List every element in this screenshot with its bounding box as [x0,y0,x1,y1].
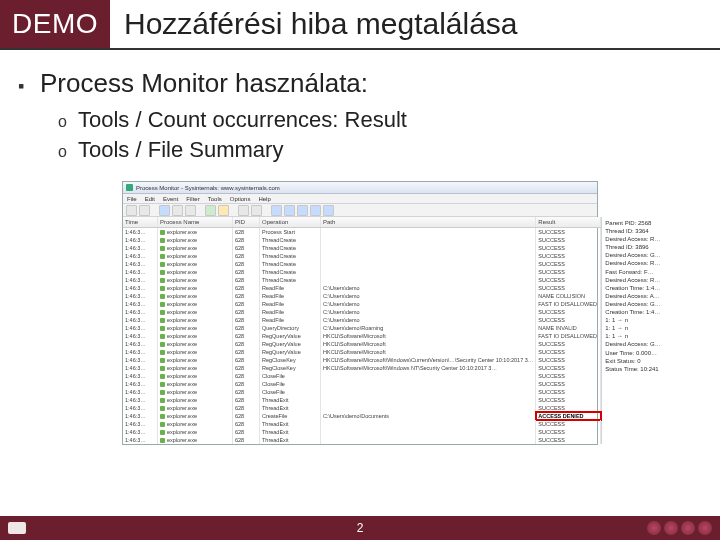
detail-line: Desired Access: R… [605,259,660,267]
col-result[interactable]: Result [536,217,601,227]
event-row[interactable]: 1:46:3…explorer.exe628ReadFileC:\Users\d… [123,284,601,292]
toolbar-profiling-icon[interactable] [323,205,334,216]
slide-footer: 2 [0,516,720,540]
event-row[interactable]: 1:46:3…explorer.exe628RegQueryValueHKCU\… [123,332,601,340]
detail-line: 1: 1 → n [605,324,660,332]
event-row[interactable]: 1:46:3…explorer.exe628ThreadExitSUCCESS [123,436,601,444]
detail-line: Fast Forward: F… [605,268,660,276]
col-pid[interactable]: PID [233,217,260,227]
detail-line: User Time: 0.000… [605,349,660,357]
event-row[interactable]: 1:46:3…explorer.exe628QueryDirectoryC:\U… [123,324,601,332]
toolbar-find-icon[interactable] [238,205,249,216]
menu-item[interactable]: File [127,196,137,202]
event-row[interactable]: 1:46:3…explorer.exe628ThreadCreateSUCCES… [123,276,601,284]
shield-icon [647,521,661,535]
procmon-event-list: Time Process Name PID Operation Path Res… [123,217,602,444]
detail-line: Desired Access: R… [605,235,660,243]
col-process[interactable]: Process Name [158,217,233,227]
event-row[interactable]: 1:46:3…explorer.exe628ReadFileC:\Users\d… [123,300,601,308]
toolbar-jump-icon[interactable] [251,205,262,216]
procmon-titlebar: Process Monitor - Sysinternals: www.sysi… [123,182,597,194]
event-row[interactable]: 1:46:3…explorer.exe628ThreadCreateSUCCES… [123,236,601,244]
detail-line: Desired Access: G… [605,300,660,308]
bullet-text: Process Monitor használata: [40,68,368,99]
event-row[interactable]: 1:46:3…explorer.exe628ThreadCreateSUCCES… [123,268,601,276]
detail-line: Creation Time: 1:4… [605,308,660,316]
toolbar-open-icon[interactable] [126,205,137,216]
procmon-toolbar [123,204,597,217]
event-row[interactable]: 1:46:3…explorer.exe628Process StartSUCCE… [123,228,601,236]
slide-body: ▪ Process Monitor használata: o Tools / … [0,50,720,540]
event-row[interactable]: 1:46:3…explorer.exe628RegCloseKeyHKCU\So… [123,356,601,364]
procmon-title: Process Monitor - Sysinternals: www.sysi… [136,185,280,191]
toolbar-save-icon[interactable] [139,205,150,216]
event-row[interactable]: 1:46:3…explorer.exe628CreateFileC:\Users… [123,412,601,420]
event-row[interactable]: 1:46:3…explorer.exe628RegQueryValueHKCU\… [123,348,601,356]
shield-icon [681,521,695,535]
event-row[interactable]: 1:46:3…explorer.exe628CloseFileSUCCESS [123,388,601,396]
col-path[interactable]: Path [321,217,536,227]
event-row[interactable]: 1:46:3…explorer.exe628ReadFileC:\Users\d… [123,316,601,324]
detail-line: Desired Access: R… [605,276,660,284]
menu-item[interactable]: Tools [208,196,222,202]
toolbar-filter-icon[interactable] [205,205,216,216]
procmon-main: Time Process Name PID Operation Path Res… [123,217,597,444]
detail-line: Desired Access: G… [605,251,660,259]
event-row[interactable]: 1:46:3…explorer.exe628ReadFileC:\Users\d… [123,292,601,300]
detail-line: Thread ID: 3364 [605,227,660,235]
toolbar-clear-icon[interactable] [185,205,196,216]
detail-line: Creation Time: 1:4… [605,284,660,292]
bullet-text: Tools / Count occurrences: Result [78,107,407,133]
event-row[interactable]: 1:46:3…explorer.exe628RegCloseKeyHKCU\So… [123,364,601,372]
event-row[interactable]: 1:46:3…explorer.exe628ReadFileC:\Users\d… [123,308,601,316]
detail-line: 1: 1 → n [605,316,660,324]
event-row[interactable]: 1:46:3…explorer.exe628ThreadExitSUCCESS [123,428,601,436]
detail-line: Parent PID: 2568 [605,219,660,227]
toolbar-capture-icon[interactable] [159,205,170,216]
procmon-column-header: Time Process Name PID Operation Path Res… [123,217,601,228]
detail-line: Desired Access: G… [605,340,660,348]
bullet-circle-icon: o [58,113,78,131]
event-row[interactable]: 1:46:3…explorer.exe628ThreadExitSUCCESS [123,396,601,404]
detail-line: 1: 1 → n [605,332,660,340]
toolbar-highlight-icon[interactable] [218,205,229,216]
bullet-text: Tools / File Summary [78,137,283,163]
bullet-square-icon: ▪ [18,76,40,97]
menu-item[interactable]: Help [258,196,270,202]
toolbar-network-icon[interactable] [297,205,308,216]
bullet-level2: o Tools / File Summary [58,137,702,163]
detail-line: Status Time: 10:241 [605,365,660,373]
event-row[interactable]: 1:46:3…explorer.exe628CloseFileSUCCESS [123,372,601,380]
procmon-app-icon [126,184,133,191]
event-row[interactable]: 1:46:3…explorer.exe628CloseFileSUCCESS [123,380,601,388]
footer-logo-right [647,521,712,535]
detail-line: Desired Access: A… [605,292,660,300]
event-row[interactable]: 1:46:3…explorer.exe628ThreadExitSUCCESS [123,404,601,412]
slide: DEMO Hozzáférési hiba megtalálása ▪ Proc… [0,0,720,540]
toolbar-filesystem-icon[interactable] [284,205,295,216]
procmon-window: Process Monitor - Sysinternals: www.sysi… [122,181,598,445]
event-row[interactable]: 1:46:3…explorer.exe628RegQueryValueHKCU\… [123,340,601,348]
demo-badge: DEMO [0,0,110,48]
col-time[interactable]: Time [123,217,158,227]
menu-item[interactable]: Options [230,196,251,202]
footer-logo-left [8,522,26,534]
detail-line: Thread ID: 3896 [605,243,660,251]
col-operation[interactable]: Operation [260,217,321,227]
menu-item[interactable]: Filter [186,196,199,202]
toolbar-process-icon[interactable] [310,205,321,216]
event-row[interactable]: 1:46:3…explorer.exe628ThreadCreateSUCCES… [123,260,601,268]
shield-icon [664,521,678,535]
shield-icon [698,521,712,535]
event-row[interactable]: 1:46:3…explorer.exe628ThreadCreateSUCCES… [123,244,601,252]
bullet-level2: o Tools / Count occurrences: Result [58,107,702,133]
event-row[interactable]: 1:46:3…explorer.exe628ThreadCreateSUCCES… [123,252,601,260]
toolbar-registry-icon[interactable] [271,205,282,216]
event-row[interactable]: 1:46:3…explorer.exe628ThreadExitSUCCESS [123,420,601,428]
toolbar-autoscroll-icon[interactable] [172,205,183,216]
menu-item[interactable]: Event [163,196,178,202]
menu-item[interactable]: Edit [145,196,155,202]
building-icon [8,522,26,534]
page-number: 2 [357,521,364,535]
procmon-detail-pane: Parent PID: 2568Thread ID: 3364Desired A… [602,217,663,444]
